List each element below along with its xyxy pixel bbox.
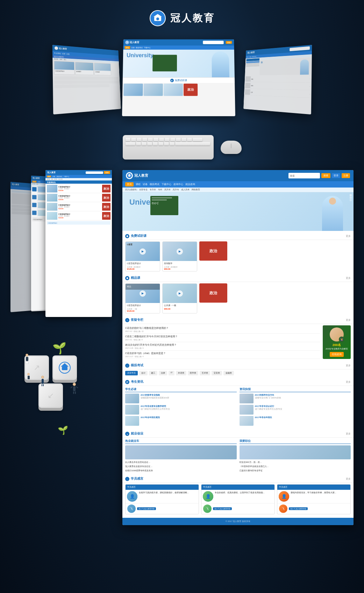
exam-cat-1[interactable]: 会计 <box>139 371 148 375</box>
news-section-title: 考生资讯 更多 <box>122 378 354 386</box>
svg-rect-23 <box>127 278 128 279</box>
exam-cat-5[interactable]: 外语类 <box>176 371 186 375</box>
reviews-more[interactable]: 更多 <box>346 477 351 481</box>
subnav-location[interactable]: 四川(成都市) <box>125 188 137 191</box>
qa-list: C语言的指针与二维数组是怎样使用的？ 2017-3-2 · 答疑人数: 12 C… <box>125 325 320 359</box>
exam-cat-7[interactable]: 艺术类 <box>200 371 210 375</box>
news-item-2: 2017年非全面专业教学研究 这门课是专业教师怎么学的专业 <box>125 405 237 415</box>
review-header-3: 学员感言 <box>277 485 350 490</box>
featured-more[interactable]: 更多 <box>346 276 351 280</box>
reviews-label: 学员感言 <box>131 476 143 481</box>
site-logo-icon <box>126 172 133 179</box>
search-input[interactable] <box>288 173 320 178</box>
exam-cat-3[interactable]: 法律 <box>159 371 167 375</box>
subnav-online[interactable]: 网络教育 <box>192 188 200 191</box>
mock-exam-more[interactable]: 更多 <box>346 364 351 367</box>
subnav-college[interactable]: 专科 <box>158 188 162 191</box>
screen-left: 冠人教育 专业课程试课试卷 四川(成都市) 专升本 专科 成人 <box>52 45 121 114</box>
employment-label: 就业创业 <box>131 431 143 436</box>
subnav-all[interactable]: 全部专业 <box>139 188 148 191</box>
svg-point-3 <box>156 17 159 20</box>
section-icon-news <box>125 380 129 384</box>
search-button[interactable]: 搜索 <box>321 173 330 178</box>
bottom-plant: 🌱 <box>10 425 115 435</box>
exam-cat-2[interactable]: 建工 <box>149 371 157 375</box>
bottom-section: 冠人教育 冠人教育 课程 试卷 <box>0 170 364 525</box>
keyboard <box>123 135 214 160</box>
qa-item-1: C语言的指针与二维数组是怎样使用的？ 2017-3-2 · 答疑人数: 12 <box>125 325 320 334</box>
svg-rect-12 <box>62 367 67 370</box>
play-button-f2[interactable]: ▶ <box>177 290 183 297</box>
nav-download[interactable]: 下载中心 <box>162 183 171 186</box>
exam-cat-6[interactable]: 医学类 <box>188 371 198 375</box>
politics-card-2[interactable]: 政治 <box>199 283 227 303</box>
emp-text-1: 以人教合并在业至站边证… 冠人教育在业提供专业证证… 在线行1000优秀专科优业… <box>125 461 237 472</box>
employment-more[interactable]: 更多 <box>346 432 351 436</box>
news-text-2: 2017年非全面专业教学研究 这门课是专业教师怎么学的专业 <box>141 405 170 411</box>
news-more[interactable]: 更多 <box>346 380 351 384</box>
emp-hot-jobs: 热业就业车 以人教合并在业至站边证… 冠人教育在业提供专业证证… 在线行1000… <box>125 439 237 472</box>
course-card-2[interactable]: ▶ 高等数学 公共课 - 高等数学 ¥99.00 <box>162 241 197 271</box>
news-img-2 <box>125 405 139 415</box>
plant-icon: 🌱 <box>52 341 66 355</box>
emp-img-1 <box>125 445 237 459</box>
keyboard-key-3: ↙ <box>38 383 63 408</box>
subnav-highup[interactable]: 高升本 <box>164 188 171 191</box>
emp-text-2: 职业全300万…技…坐… 《中国专职毕业就业全面已入… 已提供大量专职专业学证 <box>240 461 351 472</box>
review-footer-3: 飞 加入飞 冠人教育学院 <box>277 503 350 514</box>
play-button-1[interactable]: ▶ <box>140 248 146 255</box>
review-card-1: 学员感言 👤 在线学习真的很方便，课程质量很好，老师讲解清晰... 飞 加入飞 … <box>125 484 199 514</box>
mouse <box>221 141 242 154</box>
svg-rect-29 <box>127 381 128 382</box>
nav-home[interactable]: 首页 <box>125 182 134 186</box>
register-button[interactable]: 注册 <box>342 173 350 178</box>
nav-paper[interactable]: 试卷 <box>143 183 148 186</box>
brand-name: 冠人教育 <box>170 12 215 25</box>
monitor-wrap: 冠人教育 专业课程试课试卷 四川(成都市) 专升本 专科 成人 <box>46 34 319 132</box>
left-screens: 冠人教育 冠人教育 课程 试卷 <box>10 170 112 338</box>
play-button-f1[interactable]: ▶ <box>140 290 146 297</box>
section-icon-qa: ? <box>125 318 129 322</box>
section-icon-featured <box>125 276 129 280</box>
subnav-highcol[interactable]: 高升专 <box>173 188 179 191</box>
nav-career[interactable]: 就业咨询 <box>185 183 195 186</box>
site-search[interactable]: 搜索 登录 注册 <box>288 173 350 178</box>
section-icon-mock: ✓ <box>125 363 129 368</box>
review-text-2: 专业的老师、优质的课程，让我学到了很多实用技能... <box>215 491 265 494</box>
exam-categories: 高等学历 会计 建工 法律 IT 外语类 医学类 艺术类 宝安类 金融类 <box>122 369 354 377</box>
play-button-2[interactable]: ▶ <box>177 248 183 255</box>
exam-cat-9[interactable]: 金融类 <box>223 371 234 375</box>
svg-rect-31 <box>127 383 128 383</box>
emp-find-job: 我要职位 职业全300万…技…坐… 《中国专职毕业就业全面已入… 已提供大量专职… <box>240 439 351 472</box>
featured-card-2[interactable]: ▶ 公共课 - 一般 ¥99.00 <box>162 283 197 313</box>
left-area: 冠人教育 冠人教育 课程 试卷 <box>10 170 115 435</box>
nav-mock[interactable]: 模拟考试 <box>150 183 159 186</box>
login-button[interactable]: 登录 <box>332 173 340 178</box>
exam-cat-4[interactable]: IT <box>169 371 174 375</box>
subnav-upgrade[interactable]: 专升本 <box>150 188 156 191</box>
free-trial-more[interactable]: 更多 <box>346 234 351 238</box>
news-qtext-2: 2017年非专业认证行 这门课是专业技术怎么技专业 <box>255 405 282 411</box>
qa-consult-btn[interactable]: 在线咨询 <box>330 352 344 357</box>
review-card-3: 学员感言 👤 课程内容很充实，学习体验非常棒，推荐给大家... 飞 加入飞 冠人… <box>277 484 351 514</box>
site-footer: © 2017 冠人教育 版权所有 <box>122 518 354 525</box>
site-nav: 首页 课程 试卷 模拟考试 下载中心 咨询中心 就业咨询 <box>122 181 354 188</box>
mock-exam-section-title: ✓ 模拟考试 更多 <box>122 362 354 369</box>
qa-item-2: C语言二维数组的打开与今天对C语言怎样使用？ 2017-3-1 · 答疑人数: … <box>125 334 320 342</box>
review-avatar-3: 👤 <box>279 491 289 502</box>
qa-more[interactable]: 更多 <box>346 318 351 322</box>
nav-consult[interactable]: 咨询中心 <box>173 183 183 186</box>
monitor-section: 冠人教育 专业课程试课试卷 四川(成都市) 专升本 专科 成人 <box>46 34 319 132</box>
featured-card-1[interactable]: 精品 ▶ C语言程序设计 公共课 - 一般 ¥129.00 <box>125 283 160 313</box>
politics-card-1[interactable]: 政治 <box>199 241 227 261</box>
review-header-1: 学员感言 <box>126 485 199 490</box>
section-icon-emp: ★ <box>125 432 129 436</box>
free-trial-section-title: 免费试听课 更多 <box>122 232 354 240</box>
course-card-1[interactable]: C语言 ▶ C语言程序设计 公共课 - 高等数学 ¥129.00 <box>125 241 160 271</box>
review-school-1: 加入飞 冠人教育学院 <box>137 507 156 510</box>
subnav-adult[interactable]: 成人高考 <box>181 188 190 191</box>
free-trial-label: 免费试听课 <box>131 234 147 238</box>
exam-cat-8[interactable]: 宝安类 <box>212 371 222 375</box>
nav-course[interactable]: 课程 <box>136 183 141 186</box>
exam-cat-active[interactable]: 高等学历 <box>125 371 138 375</box>
